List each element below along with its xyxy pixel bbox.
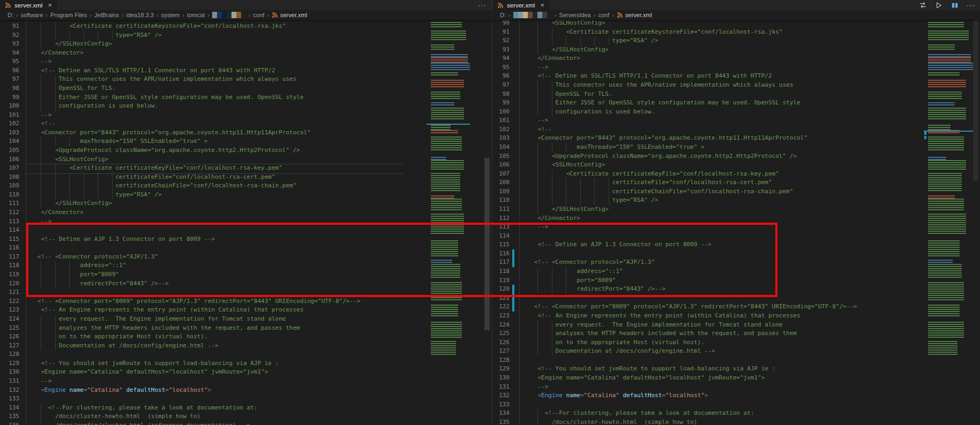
- code-line[interactable]: 102<!--: [492, 125, 980, 134]
- code-line[interactable]: 133: [492, 400, 980, 409]
- code-line[interactable]: 124every request. The Engine implementat…: [492, 321, 980, 330]
- code-line[interactable]: 103<Connector port="8443" protocol="org.…: [492, 134, 980, 143]
- code-line[interactable]: 112</Connector>: [0, 208, 492, 217]
- code-line[interactable]: 113-->: [492, 223, 980, 232]
- code-line[interactable]: 136/docs/config/cluster.html (reference …: [0, 421, 492, 425]
- code-line[interactable]: 122<!-- <Connector port="8009" protocol=…: [492, 302, 980, 312]
- breadcrumb-item[interactable]: D:: [8, 12, 13, 18]
- open-changes-icon[interactable]: [918, 1, 927, 10]
- code-line[interactable]: 130<Engine name="Catalina" defaultHost="…: [0, 368, 492, 377]
- code-line[interactable]: 114: [0, 226, 492, 235]
- code-line[interactable]: 132<Engine name="Catalina" defaultHost="…: [492, 391, 980, 400]
- code-line[interactable]: 93</SSLHostConfig>: [0, 40, 492, 49]
- code-line[interactable]: 92type="RSA" />: [492, 36, 980, 45]
- code-line[interactable]: 126on to the appropriate Host (virtual h…: [0, 332, 492, 341]
- breadcrumb-item[interactable]: idea18.3.3: [126, 12, 154, 18]
- code-line[interactable]: 106<SSLHostConfig>: [492, 161, 980, 170]
- code-line[interactable]: 134<!--For clustering, please take a loo…: [492, 409, 980, 418]
- code-line[interactable]: 106<SSLHostConfig>: [0, 155, 492, 164]
- code-line[interactable]: 119port="8009": [492, 276, 980, 285]
- minimap[interactable]: [431, 22, 470, 355]
- code-line[interactable]: 117<!-- <Connector protocol="AJP/1.3": [492, 258, 980, 267]
- code-line[interactable]: 112</Connector>: [492, 214, 980, 223]
- more-icon[interactable]: ···: [967, 1, 975, 10]
- code-line[interactable]: 110type="RSA" />: [492, 196, 980, 205]
- code-line[interactable]: 97This connector uses the APR/native imp…: [0, 75, 492, 84]
- code-line[interactable]: 99Either JSSE or OpenSSL style configura…: [492, 98, 980, 108]
- code-editor-left[interactable]: 91<Certificate certificateKeystoreFile="…: [0, 20, 492, 425]
- breadcrumb-item-redacted[interactable]: [212, 12, 246, 18]
- code-line[interactable]: 126on to the appropriate Host (virtual h…: [492, 338, 980, 347]
- code-line[interactable]: 128: [492, 356, 980, 365]
- code-line[interactable]: 127Documentation at /docs/config/engine.…: [492, 347, 980, 356]
- code-line[interactable]: 94</Connector>: [492, 54, 980, 63]
- breadcrumb-item-file[interactable]: server.xml: [272, 12, 307, 18]
- code-line[interactable]: 107<Certificate certificateKeyFile="conf…: [492, 170, 980, 179]
- split-editor-icon[interactable]: [951, 1, 959, 10]
- code-line[interactable]: 113-->: [0, 217, 492, 226]
- code-line[interactable]: 108certificateFile="conf/localhost-rsa-c…: [0, 173, 492, 182]
- code-line[interactable]: 121: [492, 294, 980, 303]
- breadcrumb-item[interactable]: system: [161, 12, 180, 18]
- code-line[interactable]: 91<Certificate certificateKeystoreFile="…: [492, 28, 980, 37]
- tab-server-xml-right[interactable]: server.xml ×: [492, 0, 550, 10]
- breadcrumb-item[interactable]: ServersIdea: [559, 12, 590, 18]
- code-line[interactable]: 129<!-- You should set jvmRoute to suppo…: [492, 365, 980, 374]
- code-line[interactable]: 98OpenSSL for TLS.: [0, 84, 492, 93]
- code-line[interactable]: 118address="::1": [492, 267, 980, 276]
- more-icon[interactable]: ···: [478, 1, 487, 10]
- code-line[interactable]: 103<Connector port="8443" protocol="org.…: [0, 128, 492, 138]
- code-line[interactable]: 118address="::1": [0, 261, 492, 270]
- code-line[interactable]: 125analyzes the HTTP headers included wi…: [0, 324, 492, 333]
- code-line[interactable]: 116: [492, 249, 980, 259]
- code-line[interactable]: 109certificateChainFile="conf/localhost-…: [0, 181, 492, 191]
- code-line[interactable]: 114: [492, 232, 980, 241]
- code-line[interactable]: 124every request. The Engine implementat…: [0, 315, 492, 324]
- vertical-scrollbar[interactable]: [973, 20, 978, 181]
- breadcrumb-item-redacted[interactable]: [513, 12, 552, 18]
- code-line[interactable]: 135/docs/cluster-howto.html (simple how …: [0, 412, 492, 421]
- code-line[interactable]: 134<!--For clustering, please take a loo…: [0, 404, 492, 413]
- code-line[interactable]: 119port="8009": [0, 270, 492, 279]
- code-line[interactable]: 127Documentation at /docs/config/engine.…: [0, 341, 492, 351]
- code-line[interactable]: 121: [0, 288, 492, 297]
- code-line[interactable]: 94</Connector>: [0, 49, 492, 58]
- code-line[interactable]: 100configuration is used below.: [492, 108, 980, 117]
- run-icon[interactable]: [934, 1, 943, 10]
- code-line[interactable]: 120redirectPort="8443" />-->: [0, 279, 492, 289]
- code-line[interactable]: 129<!-- You should set jvmRoute to suppo…: [0, 359, 492, 368]
- code-line[interactable]: 122<!-- <Connector port="8009" protocol=…: [0, 297, 492, 306]
- code-line[interactable]: 101-->: [0, 111, 492, 120]
- code-line[interactable]: 115<!-- Define an AJP 1.3 Connector on p…: [0, 235, 492, 244]
- code-line[interactable]: 111</SSLHostConfig>: [492, 205, 980, 214]
- code-line[interactable]: 133: [0, 394, 492, 404]
- code-line[interactable]: 110type="RSA" />: [0, 191, 492, 200]
- breadcrumb-item[interactable]: tomcat: [187, 12, 205, 18]
- code-line[interactable]: 131-->: [492, 383, 980, 392]
- code-line[interactable]: 123<!-- An Engine represents the entry p…: [0, 306, 492, 315]
- code-line[interactable]: 102<!--: [0, 119, 492, 128]
- close-icon[interactable]: ×: [540, 2, 544, 9]
- code-line[interactable]: 120redirectPort="8443" />-->: [492, 285, 980, 294]
- code-line[interactable]: 111</SSLHostConfig>: [0, 199, 492, 208]
- vertical-scrollbar[interactable]: [484, 158, 490, 330]
- breadcrumb-item[interactable]: software: [21, 12, 43, 18]
- code-line[interactable]: 116: [0, 244, 492, 253]
- breadcrumb-item[interactable]: Program Files: [50, 12, 87, 18]
- breadcrumb-item[interactable]: JetBrains: [94, 12, 119, 18]
- code-line[interactable]: 99Either JSSE or OpenSSL style configura…: [0, 93, 492, 102]
- code-line[interactable]: 91<Certificate certificateKeystoreFile="…: [0, 22, 492, 31]
- code-line[interactable]: 104maxThreads="150" SSLEnabled="true" >: [0, 137, 492, 146]
- code-line[interactable]: 117<!-- <Connector protocol="AJP/1.3": [0, 253, 492, 262]
- code-line[interactable]: 95-->: [492, 63, 980, 72]
- tab-server-xml-left[interactable]: server.xml ×: [0, 0, 57, 10]
- breadcrumb-item[interactable]: D:: [500, 12, 506, 18]
- code-line[interactable]: 107<Certificate certificateKeyFile="conf…: [0, 164, 492, 173]
- code-line[interactable]: 130<Engine name="Catalina" defaultHost="…: [492, 374, 980, 383]
- code-line[interactable]: 104maxThreads="150" SSLEnabled="true" >: [492, 143, 980, 152]
- breadcrumb-item[interactable]: conf: [253, 12, 265, 18]
- code-line[interactable]: 123<!-- An Engine represents the entry p…: [492, 312, 980, 321]
- minimap[interactable]: [928, 22, 973, 355]
- close-icon[interactable]: ×: [48, 2, 52, 9]
- code-line[interactable]: 98OpenSSL for TLS.: [492, 90, 980, 99]
